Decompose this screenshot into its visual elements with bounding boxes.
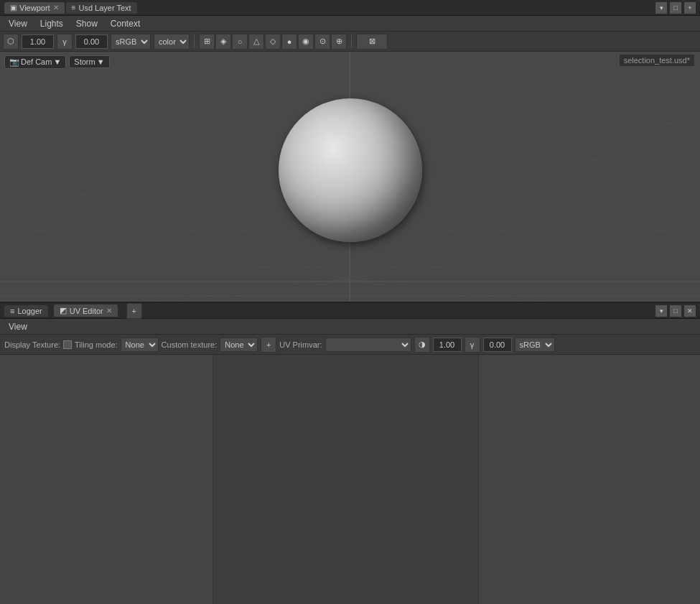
camera-chevron-icon: ▼: [53, 57, 61, 66]
logger-tab-icon: ≡: [10, 307, 14, 315]
tiling-mode-select[interactable]: None: [121, 338, 159, 352]
uv-primvar-select[interactable]: [325, 338, 411, 352]
camera-icon: 📷: [9, 57, 19, 67]
bottom-title-controls: ▾ □ ✕: [655, 305, 696, 317]
svg-line-14: [350, 224, 700, 282]
camera-icon-btn[interactable]: ⬡: [3, 34, 19, 50]
tab-uv-editor-label: UV Editor: [70, 307, 103, 315]
uv-gamma-icon[interactable]: γ: [465, 337, 480, 353]
tab-viewport-label: Viewport: [19, 4, 50, 12]
tab-usd-layer-text[interactable]: ≡ Usd Layer Text: [66, 2, 137, 14]
toolbar-btn-plus-circle[interactable]: ⊕: [331, 34, 347, 50]
toolbar-btn-sphere[interactable]: ○: [232, 34, 248, 50]
uv-editor-toolbar: Display Texture: Tiling mode: None Custo…: [0, 335, 700, 355]
add-texture-btn[interactable]: +: [261, 337, 276, 353]
toolbar-btn-light[interactable]: ●: [281, 34, 297, 50]
viewport-section: View Lights Show Context ⬡ 1.00 γ 0.00 s…: [0, 16, 700, 317]
camera-name-label: Def Cam: [21, 57, 52, 66]
gamma-icon-btn[interactable]: γ: [57, 34, 73, 50]
title-bar-controls: ▾ □ +: [655, 2, 696, 14]
camera-dropdown[interactable]: 📷 Def Cam ▼: [4, 55, 66, 69]
title-bar-tabs: ▣ Viewport ✕ ≡ Usd Layer Text: [4, 2, 137, 14]
tab-logger-label: Logger: [17, 307, 42, 315]
tab-uv-editor[interactable]: ◩ UV Editor ✕: [54, 305, 118, 317]
tiling-mode-label: Tiling mode:: [75, 340, 118, 349]
title-dropdown-btn[interactable]: ▾: [655, 2, 667, 14]
colorspace-select[interactable]: sRGB: [111, 34, 151, 50]
uv-editor-menu-bar: View: [0, 319, 700, 335]
viewport-tab-icon: ▣: [10, 4, 17, 11]
tab-logger[interactable]: ≡ Logger: [4, 305, 48, 317]
renderer-name-label: Storm: [74, 57, 95, 66]
gamma-input[interactable]: 0.00: [75, 34, 108, 49]
viewport-canvas[interactable]: 📷 Def Cam ▼ Storm ▼ Def Cam selection_te…: [0, 52, 700, 317]
viewport-menu-bar: View Lights Show Context: [0, 16, 700, 32]
custom-texture-select[interactable]: None: [220, 338, 258, 352]
bottom-panel: ≡ Logger ◩ UV Editor ✕ + ▾ □ ✕ View Disp…: [0, 302, 700, 604]
renderer-dropdown[interactable]: Storm ▼: [69, 55, 109, 68]
tab-viewport-close[interactable]: ✕: [53, 4, 59, 11]
uv-panel-center[interactable]: [213, 355, 479, 604]
toolbar-btn-diamond[interactable]: ◇: [265, 34, 281, 50]
uv-editor-tab-icon: ◩: [60, 306, 67, 315]
usd-tab-icon: ≡: [72, 4, 76, 11]
uv-gamma-input[interactable]: 0.00: [483, 338, 512, 352]
uv-exposure-icon[interactable]: ◑: [414, 337, 430, 353]
custom-texture-label: Custom texture:: [162, 340, 218, 349]
display-texture-checkbox[interactable]: [63, 340, 72, 349]
bottom-dropdown-btn[interactable]: ▾: [655, 305, 667, 317]
bottom-maximize-btn[interactable]: □: [670, 305, 681, 317]
file-label: selection_test.usd*: [620, 55, 694, 66]
title-maximize-btn[interactable]: □: [670, 2, 681, 14]
toolbar-btn-target[interactable]: ⊙: [314, 34, 330, 50]
title-add-btn[interactable]: +: [684, 2, 696, 14]
toolbar-btn-expand[interactable]: ⊠: [356, 34, 388, 50]
uv-primvar-label: UV Primvar:: [279, 340, 322, 349]
sphere-object[interactable]: [279, 98, 422, 242]
uv-panel-right[interactable]: [479, 355, 700, 604]
exposure-input[interactable]: 1.00: [22, 34, 54, 49]
bottom-add-tab-btn[interactable]: +: [126, 303, 142, 319]
uv-panel-left[interactable]: [0, 355, 213, 604]
toolbar-sep-1: [194, 35, 195, 48]
uv-exposure-input[interactable]: 1.00: [433, 338, 462, 352]
renderer-chevron-icon: ▼: [97, 57, 105, 66]
viewport-toolbar: ⬡ 1.00 γ 0.00 sRGB color ⊞ ◈ ○ △ ◇ ● ◉ ⊙…: [0, 32, 700, 52]
uv-menu-view[interactable]: View: [3, 320, 33, 333]
uv-colorspace-select[interactable]: sRGB: [515, 338, 555, 352]
title-bar: ▣ Viewport ✕ ≡ Usd Layer Text ▾ □ +: [0, 0, 700, 16]
menu-show[interactable]: Show: [70, 17, 103, 30]
tab-uv-editor-close[interactable]: ✕: [106, 307, 112, 315]
toolbar-icon-group: ⊞ ◈ ○ △ ◇ ● ◉ ⊙ ⊕: [199, 34, 347, 50]
menu-view[interactable]: View: [3, 17, 33, 30]
toolbar-btn-camera[interactable]: ◉: [298, 34, 314, 50]
menu-context[interactable]: Context: [105, 17, 146, 30]
bottom-close-btn[interactable]: ✕: [684, 305, 696, 317]
tab-usd-label: Usd Layer Text: [78, 4, 131, 12]
toolbar-btn-grid[interactable]: ⊞: [199, 34, 215, 50]
toolbar-btn-point[interactable]: △: [248, 34, 264, 50]
display-texture-label: Display Texture:: [4, 340, 60, 349]
toolbar-btn-mesh[interactable]: ◈: [215, 34, 231, 50]
svg-line-13: [0, 224, 350, 282]
uv-editor-content: [0, 355, 700, 604]
menu-lights[interactable]: Lights: [34, 17, 69, 30]
bottom-title-bar: ≡ Logger ◩ UV Editor ✕ + ▾ □ ✕: [0, 303, 700, 319]
tab-viewport[interactable]: ▣ Viewport ✕: [4, 2, 65, 14]
display-mode-select[interactable]: color: [154, 34, 190, 50]
toolbar-sep-2: [351, 35, 352, 48]
